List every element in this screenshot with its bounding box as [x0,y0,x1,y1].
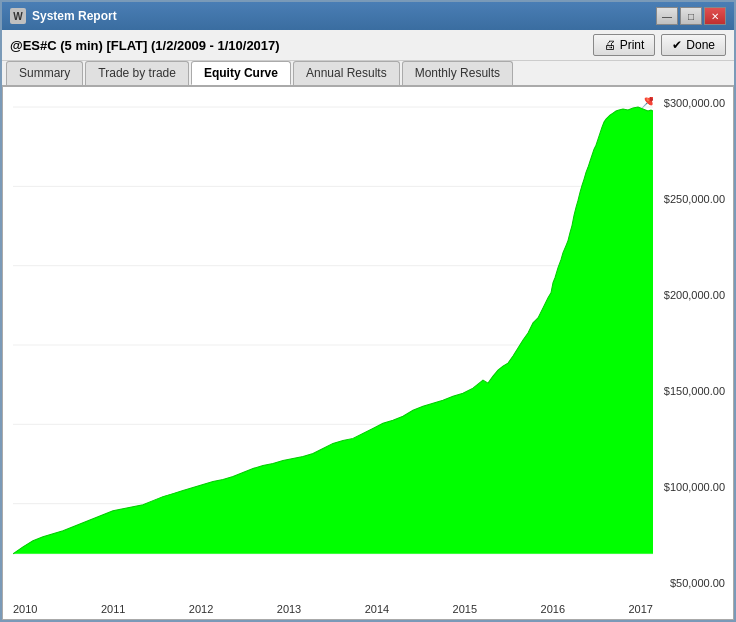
x-label-2011: 2011 [101,603,125,615]
x-label-2017: 2017 [628,603,652,615]
window-title: System Report [32,9,650,23]
tab-annual-results[interactable]: Annual Results [293,61,400,85]
x-label-2013: 2013 [277,603,301,615]
y-label-300k: $300,000.00 [653,97,729,109]
printer-icon: 🖨 [604,38,616,52]
x-label-2012: 2012 [189,603,213,615]
system-report-window: W System Report — □ ✕ @ES#C (5 min) [FLA… [0,0,736,622]
svg-text:📌: 📌 [641,97,653,109]
tabs-bar: Summary Trade by trade Equity Curve Annu… [2,61,734,86]
y-label-150k: $150,000.00 [653,385,729,397]
toolbar-buttons: 🖨 Print ✔ Done [593,34,726,56]
tab-monthly-results[interactable]: Monthly Results [402,61,513,85]
chart-container: 📌 2010 2011 2012 2013 2014 2015 2016 201… [3,87,653,619]
symbol-label: @ES#C (5 min) [FLAT] (1/2/2009 - 1/10/20… [10,38,280,53]
toolbar: @ES#C (5 min) [FLAT] (1/2/2009 - 1/10/20… [2,30,734,61]
close-button[interactable]: ✕ [704,7,726,25]
x-axis-labels: 2010 2011 2012 2013 2014 2015 2016 2017 [13,603,653,615]
x-label-2016: 2016 [541,603,565,615]
app-icon: W [10,8,26,24]
minimize-button[interactable]: — [656,7,678,25]
svg-marker-7 [13,107,653,554]
check-icon: ✔ [672,38,682,52]
x-label-2014: 2014 [365,603,389,615]
y-label-50k: $50,000.00 [653,577,729,589]
title-bar-controls: — □ ✕ [656,7,726,25]
tab-equity-curve[interactable]: Equity Curve [191,61,291,85]
maximize-button[interactable]: □ [680,7,702,25]
y-label-250k: $250,000.00 [653,193,729,205]
y-label-200k: $200,000.00 [653,289,729,301]
chart-area: 📌 2010 2011 2012 2013 2014 2015 2016 201… [2,86,734,620]
equity-curve-svg: 📌 [13,97,653,589]
tab-trade-by-trade[interactable]: Trade by trade [85,61,189,85]
print-button[interactable]: 🖨 Print [593,34,656,56]
y-axis: $300,000.00 $250,000.00 $200,000.00 $150… [653,87,733,619]
x-label-2010: 2010 [13,603,37,615]
tab-summary[interactable]: Summary [6,61,83,85]
x-label-2015: 2015 [453,603,477,615]
done-button[interactable]: ✔ Done [661,34,726,56]
y-label-100k: $100,000.00 [653,481,729,493]
title-bar: W System Report — □ ✕ [2,2,734,30]
